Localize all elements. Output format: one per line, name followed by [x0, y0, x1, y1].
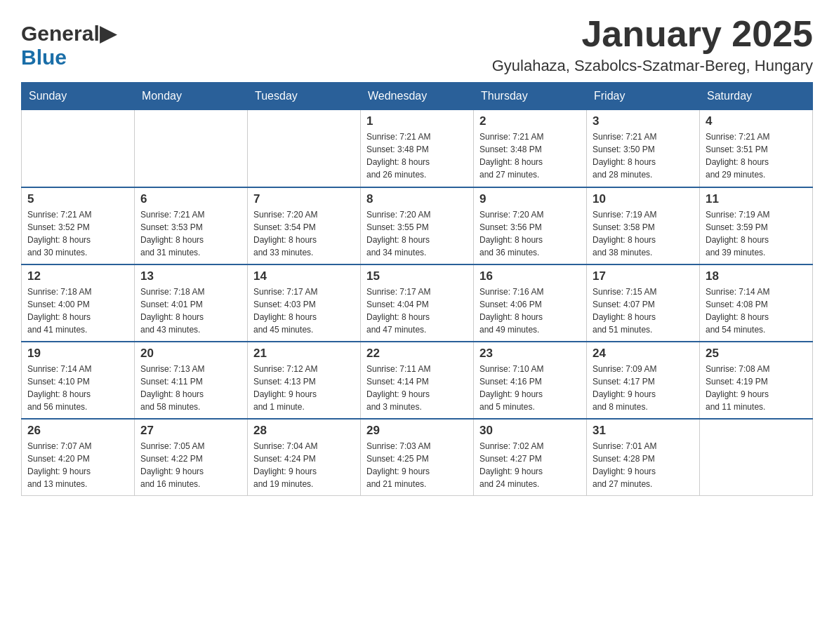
day-number: 28 — [253, 424, 355, 438]
day-info: Sunrise: 7:14 AMSunset: 4:08 PMDaylight:… — [706, 286, 807, 336]
calendar-cell: 9Sunrise: 7:20 AMSunset: 3:56 PMDaylight… — [474, 187, 587, 264]
calendar-cell: 12Sunrise: 7:18 AMSunset: 4:00 PMDayligh… — [22, 264, 135, 342]
calendar-week-row: 19Sunrise: 7:14 AMSunset: 4:10 PMDayligh… — [22, 342, 813, 419]
calendar-cell: 31Sunrise: 7:01 AMSunset: 4:28 PMDayligh… — [587, 419, 700, 496]
day-number: 10 — [593, 192, 694, 206]
calendar-cell: 21Sunrise: 7:12 AMSunset: 4:13 PMDayligh… — [248, 342, 361, 419]
header: General▶ Blue January 2025 Gyulahaza, Sz… — [21, 14, 813, 75]
calendar-week-row: 26Sunrise: 7:07 AMSunset: 4:20 PMDayligh… — [22, 419, 813, 496]
calendar-cell: 3Sunrise: 7:21 AMSunset: 3:50 PMDaylight… — [587, 110, 700, 187]
day-number: 11 — [706, 192, 807, 206]
day-number: 5 — [27, 192, 128, 206]
logo: General▶ Blue — [21, 14, 116, 69]
day-info: Sunrise: 7:21 AMSunset: 3:48 PMDaylight:… — [479, 130, 581, 181]
calendar-cell: 15Sunrise: 7:17 AMSunset: 4:04 PMDayligh… — [361, 264, 474, 342]
calendar-cell: 30Sunrise: 7:02 AMSunset: 4:27 PMDayligh… — [474, 419, 587, 496]
day-info: Sunrise: 7:12 AMSunset: 4:13 PMDaylight:… — [253, 363, 355, 413]
title-area: January 2025 Gyulahaza, Szabolcs-Szatmar… — [492, 14, 813, 75]
day-info: Sunrise: 7:07 AMSunset: 4:20 PMDaylight:… — [27, 440, 128, 490]
day-info: Sunrise: 7:21 AMSunset: 3:52 PMDaylight:… — [27, 208, 128, 259]
day-info: Sunrise: 7:21 AMSunset: 3:53 PMDaylight:… — [140, 208, 241, 259]
day-info: Sunrise: 7:08 AMSunset: 4:19 PMDaylight:… — [706, 363, 807, 413]
calendar-cell — [22, 110, 135, 187]
day-number: 8 — [366, 192, 468, 206]
day-info: Sunrise: 7:10 AMSunset: 4:16 PMDaylight:… — [479, 363, 581, 413]
day-info: Sunrise: 7:19 AMSunset: 3:58 PMDaylight:… — [593, 208, 694, 259]
weekday-header-sunday: Sunday — [22, 83, 135, 110]
calendar-cell: 25Sunrise: 7:08 AMSunset: 4:19 PMDayligh… — [700, 342, 813, 419]
calendar-cell: 26Sunrise: 7:07 AMSunset: 4:20 PMDayligh… — [22, 419, 135, 496]
day-info: Sunrise: 7:16 AMSunset: 4:06 PMDaylight:… — [479, 286, 581, 336]
day-number: 2 — [479, 114, 581, 128]
calendar-cell: 7Sunrise: 7:20 AMSunset: 3:54 PMDaylight… — [248, 187, 361, 264]
day-info: Sunrise: 7:17 AMSunset: 4:04 PMDaylight:… — [366, 286, 468, 336]
day-number: 18 — [706, 269, 807, 283]
day-number: 1 — [366, 114, 468, 128]
day-number: 12 — [27, 269, 128, 283]
calendar-cell: 5Sunrise: 7:21 AMSunset: 3:52 PMDaylight… — [22, 187, 135, 264]
calendar-cell: 29Sunrise: 7:03 AMSunset: 4:25 PMDayligh… — [361, 419, 474, 496]
calendar-cell — [248, 110, 361, 187]
weekday-header-saturday: Saturday — [700, 83, 813, 110]
day-info: Sunrise: 7:21 AMSunset: 3:51 PMDaylight:… — [706, 130, 807, 181]
calendar-cell: 8Sunrise: 7:20 AMSunset: 3:55 PMDaylight… — [361, 187, 474, 264]
day-info: Sunrise: 7:18 AMSunset: 4:00 PMDaylight:… — [27, 286, 128, 336]
calendar-cell: 13Sunrise: 7:18 AMSunset: 4:01 PMDayligh… — [135, 264, 248, 342]
calendar-cell: 19Sunrise: 7:14 AMSunset: 4:10 PMDayligh… — [22, 342, 135, 419]
calendar-cell: 24Sunrise: 7:09 AMSunset: 4:17 PMDayligh… — [587, 342, 700, 419]
day-number: 22 — [366, 347, 468, 361]
day-info: Sunrise: 7:05 AMSunset: 4:22 PMDaylight:… — [140, 440, 241, 490]
calendar-cell: 22Sunrise: 7:11 AMSunset: 4:14 PMDayligh… — [361, 342, 474, 419]
day-number: 29 — [366, 424, 468, 438]
day-number: 21 — [253, 347, 355, 361]
calendar-cell — [135, 110, 248, 187]
weekday-header-friday: Friday — [587, 83, 700, 110]
calendar-week-row: 5Sunrise: 7:21 AMSunset: 3:52 PMDaylight… — [22, 187, 813, 264]
day-number: 14 — [253, 269, 355, 283]
day-number: 3 — [593, 114, 694, 128]
day-info: Sunrise: 7:20 AMSunset: 3:54 PMDaylight:… — [253, 208, 355, 259]
day-number: 27 — [140, 424, 241, 438]
day-number: 15 — [366, 269, 468, 283]
day-info: Sunrise: 7:21 AMSunset: 3:48 PMDaylight:… — [366, 130, 468, 181]
day-number: 20 — [140, 347, 241, 361]
day-number: 25 — [706, 347, 807, 361]
calendar-week-row: 1Sunrise: 7:21 AMSunset: 3:48 PMDaylight… — [22, 110, 813, 187]
day-info: Sunrise: 7:21 AMSunset: 3:50 PMDaylight:… — [593, 130, 694, 181]
calendar-week-row: 12Sunrise: 7:18 AMSunset: 4:00 PMDayligh… — [22, 264, 813, 342]
calendar-cell — [700, 419, 813, 496]
calendar-cell: 28Sunrise: 7:04 AMSunset: 4:24 PMDayligh… — [248, 419, 361, 496]
weekday-header-thursday: Thursday — [474, 83, 587, 110]
weekday-header-wednesday: Wednesday — [361, 83, 474, 110]
day-info: Sunrise: 7:20 AMSunset: 3:56 PMDaylight:… — [479, 208, 581, 259]
day-number: 26 — [27, 424, 128, 438]
logo-general-text: General▶ — [21, 21, 116, 46]
calendar-table: SundayMondayTuesdayWednesdayThursdayFrid… — [21, 82, 813, 496]
day-number: 13 — [140, 269, 241, 283]
calendar-cell: 18Sunrise: 7:14 AMSunset: 4:08 PMDayligh… — [700, 264, 813, 342]
calendar-header-row: SundayMondayTuesdayWednesdayThursdayFrid… — [22, 83, 813, 110]
logo-blue: Blue — [21, 46, 67, 69]
calendar-cell: 4Sunrise: 7:21 AMSunset: 3:51 PMDaylight… — [700, 110, 813, 187]
calendar-cell: 11Sunrise: 7:19 AMSunset: 3:59 PMDayligh… — [700, 187, 813, 264]
day-info: Sunrise: 7:17 AMSunset: 4:03 PMDaylight:… — [253, 286, 355, 336]
calendar-cell: 27Sunrise: 7:05 AMSunset: 4:22 PMDayligh… — [135, 419, 248, 496]
calendar-cell: 6Sunrise: 7:21 AMSunset: 3:53 PMDaylight… — [135, 187, 248, 264]
day-info: Sunrise: 7:20 AMSunset: 3:55 PMDaylight:… — [366, 208, 468, 259]
day-info: Sunrise: 7:11 AMSunset: 4:14 PMDaylight:… — [366, 363, 468, 413]
day-info: Sunrise: 7:03 AMSunset: 4:25 PMDaylight:… — [366, 440, 468, 490]
day-number: 16 — [479, 269, 581, 283]
calendar-cell: 2Sunrise: 7:21 AMSunset: 3:48 PMDaylight… — [474, 110, 587, 187]
day-number: 6 — [140, 192, 241, 206]
day-number: 30 — [479, 424, 581, 438]
day-number: 31 — [593, 424, 694, 438]
logo-blue-row: Blue — [21, 46, 67, 69]
calendar-cell: 23Sunrise: 7:10 AMSunset: 4:16 PMDayligh… — [474, 342, 587, 419]
location-title: Gyulahaza, Szabolcs-Szatmar-Bereg, Hunga… — [492, 57, 813, 75]
day-info: Sunrise: 7:09 AMSunset: 4:17 PMDaylight:… — [593, 363, 694, 413]
day-info: Sunrise: 7:04 AMSunset: 4:24 PMDaylight:… — [253, 440, 355, 490]
calendar-cell: 14Sunrise: 7:17 AMSunset: 4:03 PMDayligh… — [248, 264, 361, 342]
month-title: January 2025 — [492, 14, 813, 54]
day-info: Sunrise: 7:02 AMSunset: 4:27 PMDaylight:… — [479, 440, 581, 490]
day-number: 23 — [479, 347, 581, 361]
